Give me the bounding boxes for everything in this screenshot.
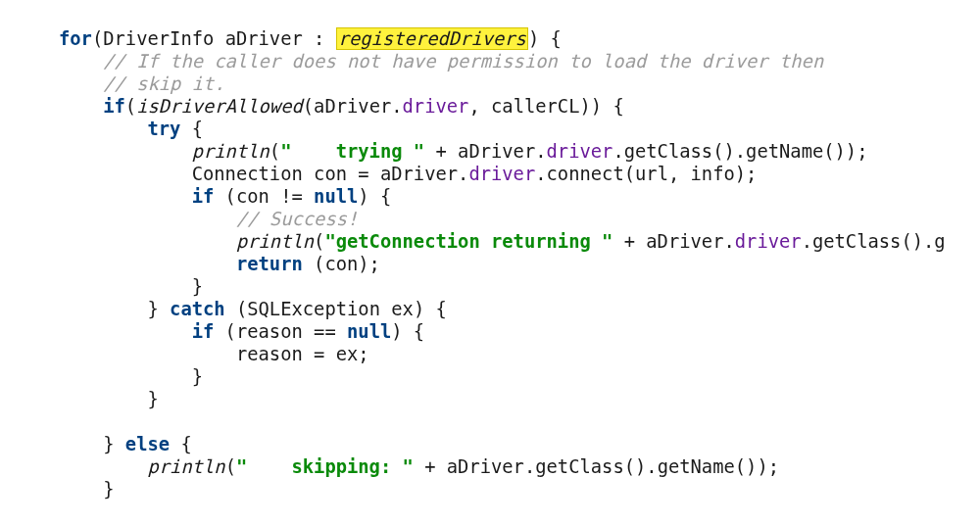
arg-info: info <box>691 164 735 184</box>
fn-println: println <box>147 456 224 477</box>
fn-isdriverallowed: isDriverAllowed <box>136 96 303 117</box>
var-con: con <box>324 254 358 274</box>
kw-null: null <box>314 186 358 207</box>
fn-println: println <box>192 141 270 162</box>
code-editor-content: for(DriverInfo aDriver : registeredDrive… <box>0 0 980 525</box>
fn-getname: getName <box>746 141 823 162</box>
kw-catch: catch <box>170 299 225 319</box>
fn-getname: getName <box>658 456 735 477</box>
fn-getclass: getClass <box>624 141 712 162</box>
type-driverinfo: DriverInfo <box>103 28 214 49</box>
kw-try: try <box>147 119 180 139</box>
member-driver: driver <box>403 96 469 117</box>
string-literal: "getConnection returning " <box>324 231 612 252</box>
comment-success: // Success! <box>236 209 358 229</box>
comment-line: // If the caller does not have permissio… <box>103 51 823 72</box>
comment-line: // skip it. <box>103 73 224 94</box>
highlighted-identifier: registeredDrivers <box>336 27 528 50</box>
member-driver: driver <box>547 141 613 162</box>
arg-url: url <box>635 164 668 184</box>
kw-if: if <box>192 321 215 342</box>
var-ex: ex <box>391 299 414 319</box>
member-driver: driver <box>735 231 802 252</box>
var-adriver: aDriver <box>458 141 535 162</box>
kw-return: return <box>236 254 303 274</box>
member-driver: driver <box>468 164 535 184</box>
type-connection: Connection <box>192 164 303 184</box>
fn-getclass: getClass <box>535 456 623 477</box>
var-adriver: aDriver <box>380 164 458 184</box>
fn-println: println <box>236 231 314 252</box>
var-adriver: aDriver <box>225 28 303 49</box>
var-reason: reason <box>236 344 303 364</box>
var-ex: ex <box>336 344 359 364</box>
var-adriver: aDriver <box>646 231 723 252</box>
kw-else: else <box>125 434 170 454</box>
var-callercl: callerCL <box>491 96 579 117</box>
kw-for: for <box>59 28 92 49</box>
fn-getclass-tail: g <box>934 231 945 252</box>
var-adriver: aDriver <box>314 96 391 117</box>
kw-null: null <box>347 321 391 342</box>
var-reason: reason <box>236 321 303 342</box>
fn-getclass: getClass <box>812 231 901 252</box>
var-con: con <box>236 186 270 207</box>
fn-connect: connect <box>547 164 624 184</box>
kw-if: if <box>103 96 125 117</box>
type-sqlexception: SQLException <box>247 299 380 319</box>
string-literal: " trying " <box>280 141 424 162</box>
var-con: con <box>314 164 347 184</box>
kw-if: if <box>192 186 215 207</box>
string-literal: " skipping: " <box>236 456 414 477</box>
var-adriver: aDriver <box>447 456 524 477</box>
